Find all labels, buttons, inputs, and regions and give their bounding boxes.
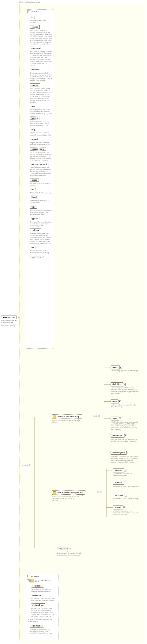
attr-item: modifiedThe date (and, optionally, the t…: [30, 68, 53, 82]
attr-name: how: [30, 105, 37, 108]
crg-box[interactable]: ConceptRelationshipsGroup0..∞: [52, 490, 85, 494]
attr-item: qcodeA qualified code which identifies a…: [30, 178, 53, 186]
attr-significance-desc: A qualifier which indicates the expected…: [30, 628, 53, 634]
any-other-desc: Extension point for provider-defined pro…: [57, 552, 83, 556]
attr-name: howuri: [30, 116, 39, 120]
attr-desc: The directionality of textual content (e…: [30, 250, 53, 254]
attributes-frame-1: − attributes idThe local identifier of t…: [26, 10, 54, 348]
attr-item: xml:langSpecifies the language of this p…: [30, 228, 53, 244]
element-facet: facetIn NAR 1.8 and later, facet is depr…: [111, 416, 138, 431]
element-box[interactable]: facet: [111, 416, 119, 420]
attr-desc: Indicates by which means the value was e…: [30, 109, 53, 114]
attr-name: pubconstraint: [30, 147, 46, 151]
attr-name: uri: [30, 188, 36, 191]
attr-name: custom: [30, 83, 40, 87]
attr-name: relevance: [31, 594, 43, 597]
element-box[interactable]: remoteInfo: [111, 434, 124, 438]
attr-item: pubconstrainturiOne or many constraints …: [30, 163, 53, 176]
attr-desc: The type of the concept assigned as cont…: [30, 221, 53, 227]
quantify-group-header: − grp quantifyAttributes: [27, 579, 58, 582]
attr-item: confidenceThe confidence with which the …: [31, 584, 56, 592]
attr-desc: The relevance of the metadata to the new…: [31, 598, 56, 602]
element-box[interactable]: broader: [113, 481, 124, 484]
attr-desc: If set to true the corresponding propert…: [30, 88, 53, 103]
extension-header: Flex1PropType (extension): [19, 1, 40, 3]
attr-item: customIf set to true the corresponding p…: [30, 83, 53, 103]
cdg-desc: A group of properties required to define…: [52, 420, 82, 424]
attr-name: derivedfrom: [31, 604, 45, 607]
attr-name: xml:lang: [30, 228, 41, 232]
attr-desc: Indicates by which means the value was e…: [30, 120, 53, 126]
attr-desc: Specifies the language of this property …: [30, 232, 53, 244]
seq-crg: □–□–□: [96, 491, 102, 493]
element-desc: A natural language definition of the sem…: [111, 387, 138, 394]
attr-name: qcode: [30, 178, 39, 182]
attr-item: uriA URI which identifies a concept.: [30, 188, 53, 194]
attr-item: relevanceThe relevance of the metadata t…: [31, 594, 56, 602]
attr-item: pubconstraintOne or many constraints tha…: [30, 147, 53, 161]
element-desc: A natural language name for the concept.: [111, 370, 138, 372]
attr-desc: The type of the concept assigned as cont…: [30, 209, 53, 215]
attributes-header-label: attributes: [31, 11, 39, 13]
attr-name: creator: [30, 25, 40, 29]
attr-name: whyuri: [30, 138, 39, 141]
element-desc: An identifier of a more generic concept.: [113, 485, 139, 487]
element-box[interactable]: narrower: [113, 493, 125, 497]
attr-desc: The local identifier of the property.: [30, 20, 53, 24]
attr-name: why: [30, 128, 37, 131]
element-desc: A link to an item or a web resource whic…: [111, 438, 138, 442]
collapse-icon[interactable]: −: [28, 575, 30, 577]
element-box[interactable]: sameAs: [113, 468, 124, 472]
attr-item: idThe local identifier of the property.: [30, 16, 53, 24]
attr-name: literal: [30, 196, 38, 199]
element-box[interactable]: hierarchyInfo: [111, 451, 127, 455]
collapse-icon[interactable]: −: [27, 580, 30, 582]
attr-desc: A reference to the concept from which th…: [31, 608, 56, 617]
attr-desc: One or many constraints that apply to pu…: [30, 167, 53, 176]
attributes2-header-label: attributes: [31, 575, 39, 577]
extension-frame: − attributes idThe local identifier of t…: [19, 4, 146, 643]
element-broader: broaderAn identifier of a more generic c…: [113, 481, 139, 487]
seq-cdg: □–□–□: [93, 415, 100, 417]
attr-desc: Why the metadata has been included - exp…: [30, 142, 53, 146]
root-desc: The type to cover all qualifiers for an …: [1, 320, 17, 326]
element-box[interactable]: definition: [111, 382, 123, 386]
any-other-element: any ##other 0..∞: [57, 547, 71, 550]
attr-item: creatorIf the property value is not defi…: [30, 25, 53, 45]
attr-desc: A qualified code which identifies a conc…: [30, 182, 53, 186]
attr-name: confidence: [31, 584, 44, 588]
group-cdg: ConceptDefinitionGroup0..∞ A group of pr…: [52, 414, 82, 424]
group-crg: ConceptRelationshipsGroup0..∞ A group of…: [52, 490, 85, 501]
any-other-attr: any ##other: [30, 256, 44, 258]
element-box[interactable]: name: [111, 365, 119, 369]
attr-item: typeuriThe type of the concept assigned …: [30, 217, 53, 227]
attr-item: howIndicates by which means the value wa…: [30, 105, 53, 114]
collapse-icon[interactable]: −: [28, 10, 30, 13]
element-desc: A related concept, where the relationshi…: [113, 510, 139, 516]
attr-item: whyuriWhy the metadata has been included…: [30, 138, 53, 146]
root-name: AudienceType: [3, 316, 15, 318]
cdg-box[interactable]: ConceptDefinitionGroup0..∞: [52, 414, 82, 419]
quantify-group-label: grp quantifyAttributes: [35, 580, 51, 582]
element-remoteInfo: remoteInfoA link to an item or a web res…: [111, 434, 138, 442]
element-narrower: narrowerAn identifier of a more specific…: [113, 493, 139, 500]
attr-desc: A free-text value assigned as property v…: [30, 200, 53, 204]
element-desc: In NAR 1.8 and later, facet is deprecate…: [111, 421, 138, 431]
element-definition: definitionA natural language definition …: [111, 382, 138, 394]
element-desc: An identifier of a more specific concept…: [113, 498, 139, 500]
attr-desc: If the property value is not defined, sp…: [30, 29, 53, 45]
attributes2-header: − attributes: [26, 574, 58, 578]
attributes-header: − attributes: [26, 10, 54, 14]
attr-name: id: [30, 16, 35, 19]
attr-item: dirThe directionality of textual content…: [30, 246, 53, 254]
attr-name: dir: [30, 246, 36, 249]
attr-item: creatoruriIf the attribute is empty, spe…: [30, 46, 53, 66]
element-box[interactable]: related: [113, 506, 123, 509]
attr-item: howuriIndicates by which means the value…: [30, 116, 53, 126]
attr-desc: One or many constraints that apply to pu…: [30, 151, 53, 161]
element-box[interactable]: note: [111, 400, 118, 403]
group-icon: [31, 579, 34, 582]
element-desc: Represents the position of a concept in …: [111, 455, 138, 463]
element-desc: Additional natural language information …: [111, 404, 138, 408]
attr-item: literalA free-text value assigned as pro…: [30, 196, 53, 204]
